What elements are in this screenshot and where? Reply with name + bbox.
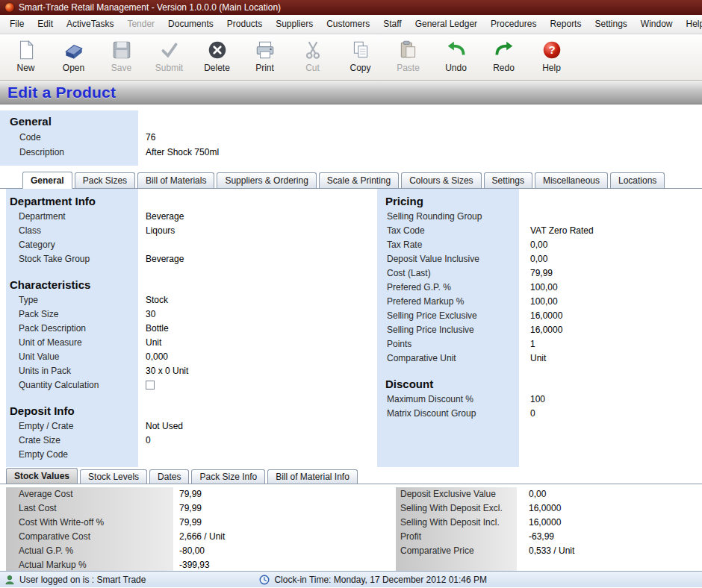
new-button[interactable]: New bbox=[4, 37, 47, 73]
cut-icon bbox=[302, 39, 324, 61]
tab-bill-of-materials[interactable]: Bill of Materials bbox=[137, 172, 214, 188]
section-discount: Discount bbox=[377, 376, 702, 392]
tab-general[interactable]: General bbox=[22, 172, 72, 189]
section-characteristics: Characteristics bbox=[0, 277, 377, 293]
field-label: Tax Rate bbox=[377, 238, 523, 252]
help-button[interactable]: ? Help bbox=[530, 37, 573, 73]
menu-suppliers[interactable]: Suppliers bbox=[269, 15, 320, 34]
menu-products[interactable]: Products bbox=[220, 15, 269, 34]
menu-bar: File Edit ActiveTasks Tender Documents P… bbox=[0, 15, 702, 34]
bottom-tab-strip: Stock Values Stock Levels Dates Pack Siz… bbox=[0, 467, 702, 484]
section-department-info: Department Info bbox=[0, 193, 377, 210]
toolbar: New Open Save Submit Delete Print Cut C bbox=[0, 34, 702, 81]
field-value: -399,93 bbox=[173, 558, 210, 572]
tab-suppliers-ordering[interactable]: Suppliers & Ordering bbox=[217, 172, 316, 188]
toolbar-label: Help bbox=[542, 63, 561, 73]
save-button: Save bbox=[100, 37, 143, 73]
window-title: Smart-Trade Retail Management - Version … bbox=[19, 2, 281, 13]
field-label: Units in Pack bbox=[0, 364, 138, 378]
tab-pack-sizes[interactable]: Pack Sizes bbox=[75, 172, 135, 188]
redo-button[interactable]: Redo bbox=[482, 37, 525, 73]
field-value: 0 bbox=[138, 434, 151, 448]
status-clock-text: Clock-in Time: Monday, 17 December 2012 … bbox=[274, 575, 487, 585]
tab-locations[interactable]: Locations bbox=[610, 172, 665, 188]
app-window: Smart-Trade Retail Management - Version … bbox=[0, 0, 702, 588]
field-row-pack-description: Pack Description Bottle bbox=[0, 322, 377, 336]
field-value: 30 bbox=[138, 307, 155, 322]
field-row-average-cost: Average Cost 79,99 bbox=[0, 487, 396, 501]
tab-settings[interactable]: Settings bbox=[484, 172, 532, 188]
submit-button: Submit bbox=[148, 37, 190, 73]
field-row-class: Class Liqours bbox=[0, 224, 377, 238]
menu-edit[interactable]: Edit bbox=[31, 15, 60, 34]
field-value: Unit bbox=[523, 351, 546, 366]
field-value: 2,666 / Unit bbox=[173, 530, 225, 544]
tab-miscellaneous[interactable]: Miscellaneous bbox=[535, 172, 608, 188]
undo-button[interactable]: Undo bbox=[435, 37, 477, 73]
general-heading: General bbox=[0, 113, 702, 130]
stock-values-right: Deposit Exclusive Value 0,00 Selling Wit… bbox=[396, 487, 702, 571]
tab-scale-printing[interactable]: Scale & Printing bbox=[319, 172, 399, 188]
field-row-comparative-unit: Comparative Unit Unit bbox=[377, 351, 702, 366]
field-label: Actual G.P. % bbox=[0, 544, 173, 558]
field-row-crate-size: Crate Size 0 bbox=[0, 434, 377, 448]
field-row-profit: Profit -63,99 bbox=[396, 530, 702, 544]
save-icon bbox=[111, 39, 133, 61]
menu-staff[interactable]: Staff bbox=[376, 15, 408, 34]
general-tab-content: Department Info Department Beverage Clas… bbox=[0, 189, 702, 467]
field-label: Department bbox=[0, 210, 138, 224]
field-label: Selling With Deposit Excl. bbox=[396, 501, 523, 516]
app-icon bbox=[4, 2, 15, 13]
field-row-empty-crate: Empty / Crate Not Used bbox=[0, 419, 377, 434]
delete-icon bbox=[206, 39, 229, 61]
menu-tender: Tender bbox=[120, 15, 161, 34]
open-button[interactable]: Open bbox=[52, 37, 95, 73]
status-user-text: User logged on is : Smart Trade bbox=[19, 575, 146, 585]
quantity-calculation-checkbox[interactable] bbox=[146, 381, 155, 390]
field-row-selling-rounding-group: Selling Rounding Group bbox=[377, 210, 702, 224]
help-icon: ? bbox=[541, 39, 563, 61]
menu-window[interactable]: Window bbox=[634, 15, 680, 34]
tab-stock-levels[interactable]: Stock Levels bbox=[80, 469, 147, 484]
tab-bill-of-material-info[interactable]: Bill of Material Info bbox=[267, 469, 358, 484]
field-label: Deposit Exclusive Value bbox=[396, 487, 523, 501]
menu-file[interactable]: File bbox=[3, 15, 31, 34]
section-pricing: Pricing bbox=[377, 193, 702, 210]
field-row-comparative-price: Comparative Price 0,533 / Unit bbox=[396, 544, 702, 558]
field-value: 1 bbox=[523, 337, 535, 351]
tab-pack-size-info[interactable]: Pack Size Info bbox=[191, 469, 265, 484]
print-button[interactable]: Print bbox=[243, 37, 286, 73]
delete-button[interactable]: Delete bbox=[196, 37, 238, 73]
menu-reports[interactable]: Reports bbox=[543, 15, 588, 34]
menu-settings[interactable]: Settings bbox=[588, 15, 633, 34]
menu-help[interactable]: Help bbox=[680, 15, 702, 34]
field-value: Liqours bbox=[138, 224, 175, 238]
field-label: Code bbox=[0, 130, 138, 145]
tab-dates[interactable]: Dates bbox=[149, 469, 189, 484]
menu-procedures[interactable]: Procedures bbox=[484, 15, 543, 34]
field-row-type: Type Stock bbox=[0, 293, 377, 307]
field-label: Selling Price Exclusive bbox=[377, 309, 523, 323]
field-row-prefered-gp: Prefered G.P. % 100,00 bbox=[377, 281, 702, 295]
menu-activetasks[interactable]: ActiveTasks bbox=[60, 15, 120, 34]
field-label: Cost With Write-off % bbox=[0, 516, 173, 530]
menu-general-ledger[interactable]: General Ledger bbox=[409, 15, 484, 34]
field-value: 100 bbox=[523, 392, 545, 407]
field-row-points: Points 1 bbox=[377, 337, 702, 351]
field-row-stock-take-group: Stock Take Group Beverage bbox=[0, 252, 377, 266]
menu-customers[interactable]: Customers bbox=[320, 15, 376, 34]
toolbar-label: Open bbox=[63, 63, 84, 73]
field-row-maximum-discount: Maximum Discount % 100 bbox=[377, 392, 702, 407]
tab-colours-sizes[interactable]: Colours & Sizes bbox=[401, 172, 481, 188]
menu-documents[interactable]: Documents bbox=[161, 15, 220, 34]
svg-text:?: ? bbox=[548, 43, 555, 56]
field-row-tax-code: Tax Code VAT Zero Rated bbox=[377, 224, 702, 238]
copy-button[interactable]: Copy bbox=[339, 37, 382, 73]
field-label: Stock Take Group bbox=[0, 252, 138, 266]
field-value: Bottle bbox=[138, 322, 169, 336]
field-value: 100,00 bbox=[523, 295, 558, 309]
field-value: 0 bbox=[523, 407, 535, 421]
paste-icon bbox=[397, 39, 420, 61]
tab-stock-values[interactable]: Stock Values bbox=[6, 468, 78, 484]
field-value: 30 x 0 Unit bbox=[138, 364, 188, 378]
